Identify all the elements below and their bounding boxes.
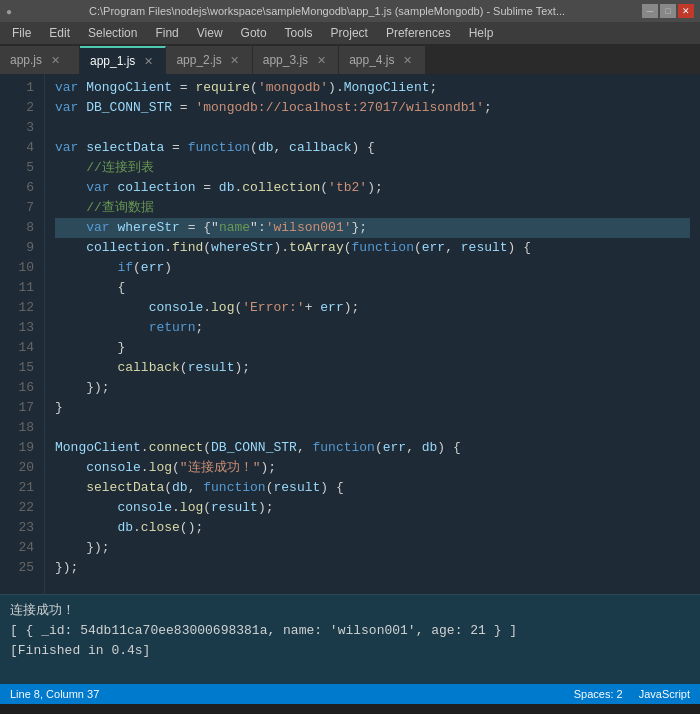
code-line-5: //连接到表 (55, 158, 690, 178)
code-line-13: return; (55, 318, 690, 338)
code-line-2: var DB_CONN_STR = 'mongodb://localhost:2… (55, 98, 690, 118)
tab-close-app1-js[interactable]: ✕ (141, 54, 155, 68)
console-line-2: [ { _id: 54db11ca70ee83000698381a, name:… (10, 621, 690, 641)
menu-help[interactable]: Help (461, 24, 502, 42)
title-text: C:\Program Files\nodejs\workspace\sample… (12, 5, 642, 17)
minimize-button[interactable]: ─ (642, 4, 658, 18)
code-line-20: console.log("连接成功！"); (55, 458, 690, 478)
code-line-24: }); (55, 538, 690, 558)
menu-edit[interactable]: Edit (41, 24, 78, 42)
tab-label: app_1.js (90, 54, 135, 68)
menubar: File Edit Selection Find View Goto Tools… (0, 22, 700, 44)
code-area[interactable]: var MongoClient = require('mongodb').Mon… (45, 74, 700, 594)
tab-label: app_3.js (263, 53, 308, 67)
code-line-11: { (55, 278, 690, 298)
code-line-14: } (55, 338, 690, 358)
code-line-21: selectData(db, function(result) { (55, 478, 690, 498)
titlebar: ● C:\Program Files\nodejs\workspace\samp… (0, 0, 700, 22)
code-line-23: db.close(); (55, 518, 690, 538)
tab-app4-js[interactable]: app_4.js ✕ (339, 46, 425, 74)
code-line-6: var collection = db.collection('tb2'); (55, 178, 690, 198)
menu-preferences[interactable]: Preferences (378, 24, 459, 42)
line-numbers: 1 2 3 4 5 6 7 8 9 10 11 12 13 14 15 16 1… (0, 74, 45, 594)
code-line-7: //查询数据 (55, 198, 690, 218)
menu-view[interactable]: View (189, 24, 231, 42)
maximize-button[interactable]: □ (660, 4, 676, 18)
code-line-19: MongoClient.connect(DB_CONN_STR, functio… (55, 438, 690, 458)
code-line-3 (55, 118, 690, 138)
tab-close-app4-js[interactable]: ✕ (401, 53, 415, 67)
menu-tools[interactable]: Tools (277, 24, 321, 42)
code-line-8: var whereStr = {"name":'wilson001'}; (55, 218, 690, 238)
tab-app-js[interactable]: app.js ✕ (0, 46, 80, 74)
status-spaces: Spaces: 2 (574, 688, 623, 700)
tab-app3-js[interactable]: app_3.js ✕ (253, 46, 339, 74)
menu-selection[interactable]: Selection (80, 24, 145, 42)
tabs-bar: app.js ✕ app_1.js ✕ app_2.js ✕ app_3.js … (0, 44, 700, 74)
statusbar: Line 8, Column 37 Spaces: 2 JavaScript (0, 684, 700, 704)
status-right: Spaces: 2 JavaScript (574, 688, 690, 700)
code-line-9: collection.find(whereStr).toArray(functi… (55, 238, 690, 258)
status-left: Line 8, Column 37 (10, 688, 99, 700)
tab-close-app-js[interactable]: ✕ (48, 53, 62, 67)
tab-label: app_4.js (349, 53, 394, 67)
code-line-10: if(err) (55, 258, 690, 278)
code-line-1: var MongoClient = require('mongodb').Mon… (55, 78, 690, 98)
code-line-4: var selectData = function(db, callback) … (55, 138, 690, 158)
tab-app1-js[interactable]: app_1.js ✕ (80, 46, 166, 74)
code-line-17: } (55, 398, 690, 418)
code-line-15: callback(result); (55, 358, 690, 378)
console-output: 连接成功！ [ { _id: 54db11ca70ee83000698381a,… (0, 594, 700, 684)
code-line-25: }); (55, 558, 690, 578)
menu-project[interactable]: Project (323, 24, 376, 42)
tab-label: app_2.js (176, 53, 221, 67)
console-line-3: [Finished in 0.4s] (10, 641, 690, 661)
tab-close-app2-js[interactable]: ✕ (228, 53, 242, 67)
editor: 1 2 3 4 5 6 7 8 9 10 11 12 13 14 15 16 1… (0, 74, 700, 594)
menu-find[interactable]: Find (147, 24, 186, 42)
code-line-18 (55, 418, 690, 438)
tab-app2-js[interactable]: app_2.js ✕ (166, 46, 252, 74)
code-line-12: console.log('Error:'+ err); (55, 298, 690, 318)
window-controls: ─ □ ✕ (642, 4, 694, 18)
menu-goto[interactable]: Goto (233, 24, 275, 42)
tab-label: app.js (10, 53, 42, 67)
menu-file[interactable]: File (4, 24, 39, 42)
tab-close-app3-js[interactable]: ✕ (314, 53, 328, 67)
status-language: JavaScript (639, 688, 690, 700)
code-line-22: console.log(result); (55, 498, 690, 518)
console-line-1: 连接成功！ (10, 601, 690, 621)
close-button[interactable]: ✕ (678, 4, 694, 18)
code-line-16: }); (55, 378, 690, 398)
status-line-col: Line 8, Column 37 (10, 688, 99, 700)
